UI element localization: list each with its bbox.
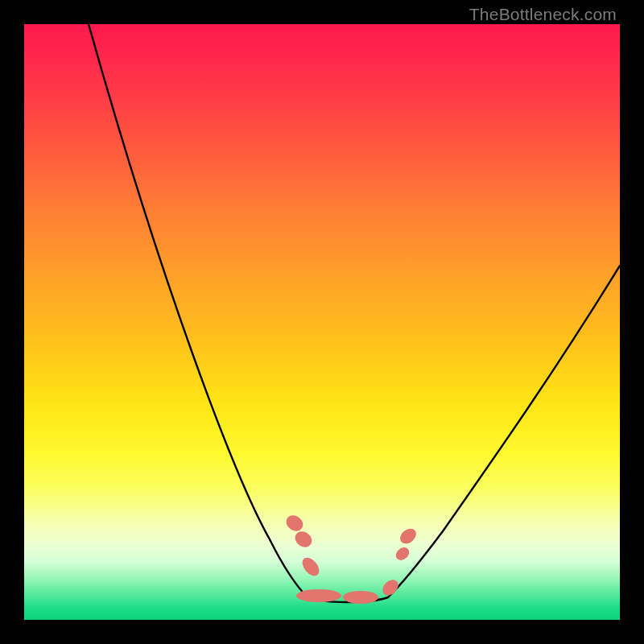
marker-dot — [292, 528, 315, 550]
bottleneck-curve — [24, 24, 620, 620]
curve-left — [89, 24, 308, 597]
curve-right — [388, 266, 620, 597]
marker-dot — [343, 591, 378, 604]
watermark-text: TheBottleneck.com — [469, 5, 617, 24]
marker-group — [283, 512, 419, 604]
marker-dot — [397, 526, 419, 547]
chart-frame — [24, 24, 620, 620]
marker-dot — [299, 555, 323, 579]
marker-dot — [283, 512, 306, 534]
marker-dot — [296, 589, 341, 602]
marker-dot — [394, 545, 412, 563]
